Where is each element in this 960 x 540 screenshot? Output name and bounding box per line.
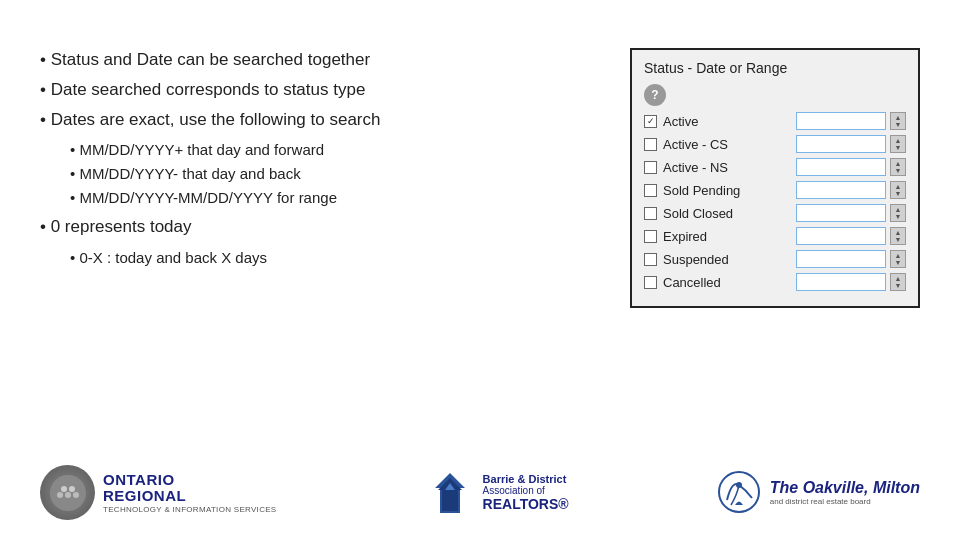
date-row-3: ▲▼ bbox=[796, 181, 906, 199]
barrie-logo: Barrie & District Association of REALTOR… bbox=[425, 468, 569, 518]
date-row-2: ▲▼ bbox=[796, 158, 906, 176]
checkbox-3[interactable] bbox=[644, 184, 657, 197]
svg-point-4 bbox=[61, 486, 67, 492]
sub-bullet-2-1: MM/DD/YYYY- that day and back bbox=[70, 163, 600, 184]
status-row-0: Active▲▼ bbox=[644, 112, 906, 130]
date-row-0: ▲▼ bbox=[796, 112, 906, 130]
svg-point-1 bbox=[57, 492, 63, 498]
status-row-1: Active - CS▲▼ bbox=[644, 135, 906, 153]
content-row: Status and Date can be searched together… bbox=[40, 48, 920, 457]
spin-btn-7[interactable]: ▲▼ bbox=[890, 273, 906, 291]
ontario-name1: ONTARIO bbox=[103, 472, 276, 489]
status-row-2: Active - NS▲▼ bbox=[644, 158, 906, 176]
spin-btn-5[interactable]: ▲▼ bbox=[890, 227, 906, 245]
checkbox-6[interactable] bbox=[644, 253, 657, 266]
checkbox-7[interactable] bbox=[644, 276, 657, 289]
bullet-item-2: Dates are exact, use the following to se… bbox=[40, 108, 600, 132]
spin-btn-3[interactable]: ▲▼ bbox=[890, 181, 906, 199]
svg-point-5 bbox=[69, 486, 75, 492]
svg-point-10 bbox=[736, 482, 742, 488]
status-label-5: Expired bbox=[663, 229, 796, 244]
oakville-icon bbox=[717, 470, 762, 515]
spin-btn-0[interactable]: ▲▼ bbox=[890, 112, 906, 130]
panel-title-main: Status bbox=[644, 60, 684, 76]
checkbox-2[interactable] bbox=[644, 161, 657, 174]
date-input-0[interactable] bbox=[796, 112, 886, 130]
date-row-4: ▲▼ bbox=[796, 204, 906, 222]
barrie-text: Barrie & District Association of REALTOR… bbox=[483, 473, 569, 512]
date-input-3[interactable] bbox=[796, 181, 886, 199]
bullet-item-0: Status and Date can be searched together bbox=[40, 48, 600, 72]
sub-bullet-3-0: 0-X : today and back X days bbox=[70, 247, 600, 268]
barrie-line1: Barrie & District bbox=[483, 473, 569, 485]
page-container: Status and Date can be searched together… bbox=[0, 0, 960, 540]
barrie-line2: Association of bbox=[483, 485, 569, 496]
date-input-1[interactable] bbox=[796, 135, 886, 153]
sub-bullet-2-2: MM/DD/YYYY-MM/DD/YYYY for range bbox=[70, 187, 600, 208]
left-content: Status and Date can be searched together… bbox=[40, 48, 600, 457]
panel-header-row: ? bbox=[644, 84, 906, 106]
help-icon: ? bbox=[644, 84, 666, 106]
svg-point-9 bbox=[719, 472, 759, 512]
panel-title-suffix: - Date or Range bbox=[684, 60, 788, 76]
status-label-7: Cancelled bbox=[663, 275, 796, 290]
date-row-1: ▲▼ bbox=[796, 135, 906, 153]
spin-btn-6[interactable]: ▲▼ bbox=[890, 250, 906, 268]
date-input-4[interactable] bbox=[796, 204, 886, 222]
date-input-5[interactable] bbox=[796, 227, 886, 245]
ontario-regional-logo: ONTARIO REGIONAL Technology & Informatio… bbox=[40, 465, 276, 520]
date-input-7[interactable] bbox=[796, 273, 886, 291]
date-input-6[interactable] bbox=[796, 250, 886, 268]
oakville-line1: The Oakville, Milton bbox=[770, 479, 920, 497]
checkbox-1[interactable] bbox=[644, 138, 657, 151]
bullet-item-3: 0 represents today bbox=[40, 215, 600, 239]
date-input-2[interactable] bbox=[796, 158, 886, 176]
status-row-3: Sold Pending▲▼ bbox=[644, 181, 906, 199]
date-row-7: ▲▼ bbox=[796, 273, 906, 291]
status-label-1: Active - CS bbox=[663, 137, 796, 152]
sub-bullets-3: 0-X : today and back X days bbox=[70, 247, 600, 271]
date-row-6: ▲▼ bbox=[796, 250, 906, 268]
spin-btn-4[interactable]: ▲▼ bbox=[890, 204, 906, 222]
status-row-4: Sold Closed▲▼ bbox=[644, 204, 906, 222]
spin-btn-2[interactable]: ▲▼ bbox=[890, 158, 906, 176]
sub-bullets-2: MM/DD/YYYY+ that day and forwardMM/DD/YY… bbox=[70, 139, 600, 211]
ontario-name2: REGIONAL bbox=[103, 488, 276, 505]
ontario-sub: Technology & Information Services bbox=[103, 505, 276, 514]
status-row-5: Expired▲▼ bbox=[644, 227, 906, 245]
checkbox-4[interactable] bbox=[644, 207, 657, 220]
ontario-text: ONTARIO REGIONAL Technology & Informatio… bbox=[103, 472, 276, 514]
barrie-icon bbox=[425, 468, 475, 518]
status-label-2: Active - NS bbox=[663, 160, 796, 175]
oakville-line2: and District Real Estate Board bbox=[770, 497, 920, 506]
sub-bullet-2-0: MM/DD/YYYY+ that day and forward bbox=[70, 139, 600, 160]
spin-btn-1[interactable]: ▲▼ bbox=[890, 135, 906, 153]
status-label-6: Suspended bbox=[663, 252, 796, 267]
status-panel: Status - Date or Range ? Active▲▼Active … bbox=[630, 48, 920, 308]
status-label-3: Sold Pending bbox=[663, 183, 796, 198]
status-row-7: Cancelled▲▼ bbox=[644, 273, 906, 291]
checkbox-0[interactable] bbox=[644, 115, 657, 128]
date-row-5: ▲▼ bbox=[796, 227, 906, 245]
status-label-4: Sold Closed bbox=[663, 206, 796, 221]
svg-point-2 bbox=[65, 492, 71, 498]
oakville-logo: The Oakville, Milton and District Real E… bbox=[717, 470, 920, 515]
svg-point-3 bbox=[73, 492, 79, 498]
status-label-0: Active bbox=[663, 114, 796, 129]
panel-title: Status - Date or Range bbox=[644, 60, 906, 76]
footer: ONTARIO REGIONAL Technology & Informatio… bbox=[40, 457, 920, 520]
bullet-item-1: Date searched corresponds to status type bbox=[40, 78, 600, 102]
status-row-6: Suspended▲▼ bbox=[644, 250, 906, 268]
checkbox-5[interactable] bbox=[644, 230, 657, 243]
oakville-text: The Oakville, Milton and District Real E… bbox=[770, 479, 920, 506]
ontario-logo-circle bbox=[40, 465, 95, 520]
barrie-line3: REALTORS® bbox=[483, 496, 569, 512]
